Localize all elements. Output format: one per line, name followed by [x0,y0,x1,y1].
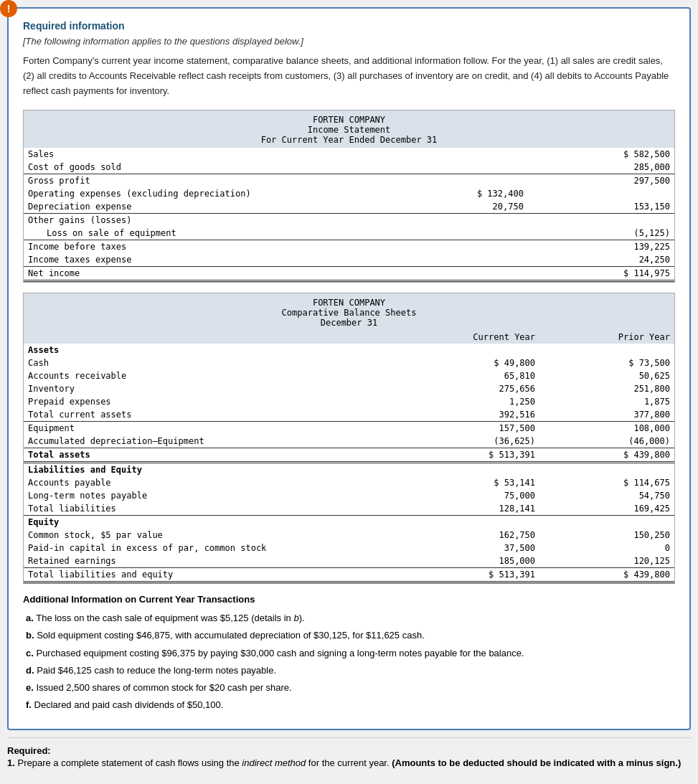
income-before-taxes-label: Income before taxes [24,240,382,254]
ltnp-prior: 54,750 [539,489,674,502]
other-gains-label: Other gains (losses) [24,214,382,227]
cash-prior: $ 73,500 [539,356,674,369]
cogs-label: Cost of goods sold [24,161,382,174]
total-current-assets-current: 392,516 [382,408,539,422]
income-statement-header: FORTEN COMPANY Income Statement For Curr… [24,110,674,148]
equipment-prior: 108,000 [539,422,674,435]
loss-sale-label: Loss on sale of equipment [24,227,382,240]
table-row: Inventory 275,656 251,800 [24,382,674,395]
net-income-label: Net income [24,267,382,281]
tax-expense-col2: 24,250 [528,253,674,267]
ar-label: Accounts receivable [24,369,382,382]
accum-depr-label: Accumulated depreciation–Equipment [24,435,382,448]
assets-prior [539,344,674,356]
inventory-label: Inventory [24,382,382,395]
income-before-taxes-col1 [382,240,528,254]
bs-type: Comparative Balance Sheets [27,308,671,318]
inventory-current: 275,656 [382,382,539,395]
total-assets-current: $ 513,391 [382,448,539,463]
net-income-col2: $ 114,975 [528,267,674,281]
common-stock-label: Common stock, $5 par value [24,529,382,542]
table-row: Net income $ 114,975 [24,267,674,281]
income-statement-table: Sales $ 582,500 Cost of goods sold 285,0… [24,148,674,282]
gross-profit-label: Gross profit [24,174,382,188]
total-assets-label: Total assets [24,448,382,463]
opex-col1: $ 132,400 [382,187,528,200]
gross-profit-col1 [382,174,528,188]
req-bold-note: (Amounts to be deducted should be indica… [392,757,681,768]
ap-label: Accounts payable [24,476,382,489]
ap-current: $ 53,141 [382,476,539,489]
table-row: Depreciation expense 20,750 153,150 [24,200,674,214]
table-row: Income before taxes 139,225 [24,240,674,254]
additional-info-title: Additional Information on Current Year T… [23,594,675,605]
ltnp-label: Long-term notes payable [24,489,382,502]
total-le-label: Total liabilities and equity [24,568,382,582]
table-row: Accounts payable $ 53,141 $ 114,675 [24,476,674,489]
loss-sale-col2: (5,125) [528,227,674,240]
total-le-prior: $ 439,800 [539,568,674,582]
table-row: Income taxes expense 24,250 [24,253,674,267]
list-item: f. Declared and paid cash dividends of $… [26,697,675,713]
depr-col1: 20,750 [382,200,528,214]
total-liabilities-prior: 169,425 [539,502,674,516]
description-text: Forten Company's current year income sta… [23,54,675,98]
table-row: Operating expenses (excluding depreciati… [24,187,674,200]
required-info-title: Required information [23,20,675,32]
income-before-taxes-col2: 139,225 [528,240,674,254]
additional-info-list: a. The loss on the cash sale of equipmen… [23,610,675,713]
item-c-bold: c. [26,648,34,658]
column-header-row: Current Year Prior Year [24,331,674,344]
income-period: For Current Year Ended December 31 [27,135,671,145]
table-row: Cash $ 49,800 $ 73,500 [24,356,674,369]
col-prior-year: Prior Year [539,331,674,344]
cogs-col2: 285,000 [528,161,674,174]
loss-sale-col1 [382,227,528,240]
balance-sheet-header: FORTEN COMPANY Comparative Balance Sheet… [24,293,674,331]
req-number: 1. [7,757,15,768]
bs-period: December 31 [27,318,671,328]
list-item: b. Sold equipment costing $46,875, with … [26,628,675,643]
table-row: Cost of goods sold 285,000 [24,161,674,174]
sales-col1 [382,148,528,161]
income-type: Income Statement [27,125,671,135]
item-d-bold: d. [26,665,34,676]
income-company: FORTEN COMPANY [27,115,671,125]
common-stock-prior: 150,250 [539,529,674,542]
equity-current [382,516,539,529]
ltnp-current: 75,000 [382,489,539,502]
table-row: Total liabilities and equity $ 513,391 $… [24,568,674,582]
equipment-label: Equipment [24,422,382,435]
table-row: Gross profit 297,500 [24,174,674,188]
list-item: a. The loss on the cash sale of equipmen… [26,610,675,626]
opex-col2 [528,187,674,200]
income-statement-container: FORTEN COMPANY Income Statement For Curr… [23,110,675,283]
bottom-section: Required: 1. Prepare a complete statemen… [7,737,691,778]
required-text: 1. Prepare a complete statement of cash … [7,756,691,771]
table-row: Loss on sale of equipment (5,125) [24,227,674,240]
balance-sheet-table: Current Year Prior Year Assets Cash $ 49… [24,331,674,583]
paid-in-prior: 0 [539,542,674,554]
equity-prior [539,516,674,529]
alert-icon: ! [0,0,17,17]
bs-company: FORTEN COMPANY [27,298,671,308]
opex-label: Operating expenses (excluding depreciati… [24,187,382,200]
tax-expense-label: Income taxes expense [24,253,382,267]
col-spacer [24,331,382,344]
table-row: Liabilities and Equity [24,463,674,477]
equipment-current: 157,500 [382,422,539,435]
prepaid-prior: 1,875 [539,395,674,408]
main-container: ! Required information [The following in… [7,7,691,730]
item-a-bold: a. [26,613,34,623]
total-le-current: $ 513,391 [382,568,539,582]
balance-sheet-container: FORTEN COMPANY Comparative Balance Sheet… [23,293,675,584]
depr-col2: 153,150 [528,200,674,214]
cogs-col1 [382,161,528,174]
tax-expense-col1 [382,253,528,267]
depr-label: Depreciation expense [24,200,382,214]
list-item: e. Issued 2,500 shares of common stock f… [26,680,675,696]
total-liabilities-label: Total liabilities [24,502,382,516]
cash-current: $ 49,800 [382,356,539,369]
prepaid-label: Prepaid expenses [24,395,382,408]
table-row: Accounts receivable 65,810 50,625 [24,369,674,382]
